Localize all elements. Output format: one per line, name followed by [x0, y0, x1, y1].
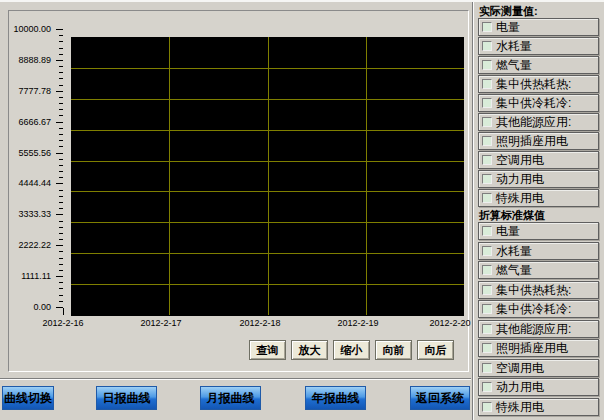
- y-axis-minor-tick: [59, 202, 63, 203]
- sidebar-item-label: 照明插座用电: [496, 340, 568, 356]
- sidebar-item-actual-central-cooling-cold[interactable]: 集中供冷耗冷:: [478, 94, 599, 112]
- y-axis-minor-tick: [59, 128, 63, 129]
- y-axis-minor-tick: [59, 159, 63, 160]
- zoom-in-button[interactable]: 放大: [291, 340, 328, 360]
- y-axis-minor-tick: [59, 109, 63, 110]
- sidebar-item-label: 集中供热耗热:: [496, 282, 571, 298]
- sidebar-item-actual-electricity[interactable]: 电量: [478, 18, 599, 36]
- sidebar-item-actual-central-heating-heat[interactable]: 集中供热耗热:: [478, 75, 599, 93]
- y-axis-minor-tick: [59, 177, 63, 178]
- sidebar-item-label: 电量: [496, 19, 520, 35]
- y-axis-minor-tick: [59, 72, 63, 73]
- x-axis-tick-label: 2012-2-19: [328, 317, 388, 329]
- y-axis-minor-tick: [59, 295, 63, 296]
- sidebar-item-coal-electricity[interactable]: 电量: [478, 222, 599, 240]
- sidebar-item-actual-ac-power[interactable]: 空调用电: [478, 151, 599, 169]
- sidebar-item-actual-special-power[interactable]: 特殊用电: [478, 189, 599, 207]
- x-axis-tick-label: 2012-2-16: [33, 317, 93, 329]
- checkbox-coal-lighting-socket-power[interactable]: [482, 343, 492, 353]
- y-axis-minor-tick: [59, 35, 63, 36]
- sidebar-item-coal-central-cooling-cold[interactable]: 集中供冷耗冷:: [478, 300, 599, 318]
- sidebar-item-coal-other-energy-use[interactable]: 其他能源应用:: [478, 320, 599, 338]
- y-axis-major-tick: [56, 214, 63, 215]
- sidebar-item-actual-water-consumption[interactable]: 水耗量: [478, 37, 599, 55]
- daily-curve-button[interactable]: 日报曲线: [96, 386, 157, 410]
- sidebar-item-actual-other-energy-use[interactable]: 其他能源应用:: [478, 113, 599, 131]
- energy-curve-window: 10000.008888.897777.786666.675555.564444…: [0, 0, 604, 420]
- y-axis-minor-tick: [59, 208, 63, 209]
- checkbox-actual-central-heating-heat[interactable]: [482, 79, 492, 89]
- checkbox-coal-central-cooling-cold[interactable]: [482, 304, 492, 314]
- zoom-out-button[interactable]: 缩小: [333, 340, 370, 360]
- y-axis-minor-tick: [59, 97, 63, 98]
- checkbox-coal-other-energy-use[interactable]: [482, 324, 492, 334]
- pan-forward-button[interactable]: 向前: [375, 340, 412, 360]
- checkbox-actual-lighting-socket-power[interactable]: [482, 136, 492, 146]
- checkbox-coal-motive-power[interactable]: [482, 382, 492, 392]
- sidebar-item-label: 水耗量: [496, 243, 532, 259]
- x-axis-major-tick: [456, 308, 457, 315]
- y-axis-tick-label: 10000.00: [1, 23, 51, 35]
- sidebar-item-label: 照明插座用电: [496, 133, 568, 149]
- sidebar-item-actual-motive-power[interactable]: 动力用电: [478, 170, 599, 188]
- y-axis-minor-tick: [59, 227, 63, 228]
- pan-backward-button[interactable]: 向后: [417, 340, 454, 360]
- checkbox-coal-electricity[interactable]: [482, 226, 492, 236]
- x-axis-major-tick: [260, 308, 261, 315]
- x-axis-tick-label: 2012-2-18: [230, 317, 290, 329]
- y-axis-minor-tick: [59, 258, 63, 259]
- curve-switch-button[interactable]: 曲线切换: [2, 386, 54, 410]
- sidebar-item-coal-ac-power[interactable]: 空调用电: [478, 359, 599, 377]
- checkbox-actual-gas-consumption[interactable]: [482, 60, 492, 70]
- sidebar-item-label: 动力用电: [496, 171, 544, 187]
- y-axis-tick-label: 8888.89: [1, 54, 51, 66]
- sidebar-item-label: 集中供冷耗冷:: [496, 95, 571, 111]
- checkbox-actual-special-power[interactable]: [482, 193, 492, 203]
- monthly-curve-button[interactable]: 月报曲线: [200, 386, 261, 410]
- query-button[interactable]: 查询: [249, 340, 286, 360]
- checkbox-actual-motive-power[interactable]: [482, 174, 492, 184]
- checkbox-coal-central-heating-heat[interactable]: [482, 285, 492, 295]
- y-axis-minor-tick: [59, 239, 63, 240]
- sidebar-item-label: 其他能源应用:: [496, 114, 571, 130]
- checkbox-actual-ac-power[interactable]: [482, 155, 492, 165]
- y-axis-minor-tick: [59, 54, 63, 55]
- checkbox-actual-electricity[interactable]: [482, 22, 492, 32]
- checkbox-coal-ac-power[interactable]: [482, 363, 492, 373]
- checkbox-coal-water-consumption[interactable]: [482, 246, 492, 256]
- return-system-button[interactable]: 返回系统: [410, 386, 470, 410]
- sidebar-item-coal-lighting-socket-power[interactable]: 照明插座用电: [478, 339, 599, 357]
- y-axis-tick-label: 5555.56: [1, 147, 51, 159]
- sidebar-item-coal-gas-consumption[interactable]: 燃气量: [478, 261, 599, 279]
- sidebar-item-label: 燃气量: [496, 57, 532, 73]
- sidebar-item-label: 其他能源应用:: [496, 321, 571, 337]
- checkbox-coal-special-power[interactable]: [482, 402, 492, 412]
- sidebar-item-coal-central-heating-heat[interactable]: 集中供热耗热:: [478, 281, 599, 299]
- sidebar-item-label: 动力用电: [496, 379, 544, 395]
- checkbox-coal-gas-consumption[interactable]: [482, 265, 492, 275]
- checkbox-actual-water-consumption[interactable]: [482, 41, 492, 51]
- y-axis-major-tick: [56, 153, 63, 154]
- y-axis-minor-tick: [59, 165, 63, 166]
- y-axis-minor-tick: [59, 85, 63, 86]
- x-axis-major-tick: [161, 308, 162, 315]
- sidebar-item-coal-special-power[interactable]: 特殊用电: [478, 398, 599, 416]
- y-axis-minor-tick: [59, 140, 63, 141]
- checkbox-actual-other-energy-use[interactable]: [482, 117, 492, 127]
- x-axis-minor-tick: [397, 308, 398, 312]
- y-axis-tick-label: 4444.44: [1, 177, 51, 189]
- y-axis-major-tick: [56, 91, 63, 92]
- sidebar-item-actual-lighting-socket-power[interactable]: 照明插座用电: [478, 132, 599, 150]
- checkbox-actual-central-cooling-cold[interactable]: [482, 98, 492, 108]
- x-axis-tick-label: 2012-2-20: [420, 317, 480, 329]
- y-axis-minor-tick: [59, 264, 63, 265]
- sidebar-item-label: 集中供冷耗冷:: [496, 301, 571, 317]
- x-axis-minor-tick: [122, 308, 123, 312]
- y-axis-minor-tick: [59, 282, 63, 283]
- yearly-curve-button[interactable]: 年报曲线: [305, 386, 366, 410]
- sidebar-item-actual-gas-consumption[interactable]: 燃气量: [478, 56, 599, 74]
- sidebar-item-coal-motive-power[interactable]: 动力用电: [478, 378, 599, 396]
- y-axis-major-tick: [56, 60, 63, 61]
- sidebar-item-coal-water-consumption[interactable]: 水耗量: [478, 242, 599, 260]
- sidebar: 实际测量值:电量水耗量燃气量集中供热耗热:集中供冷耗冷:其他能源应用:照明插座用…: [477, 2, 602, 420]
